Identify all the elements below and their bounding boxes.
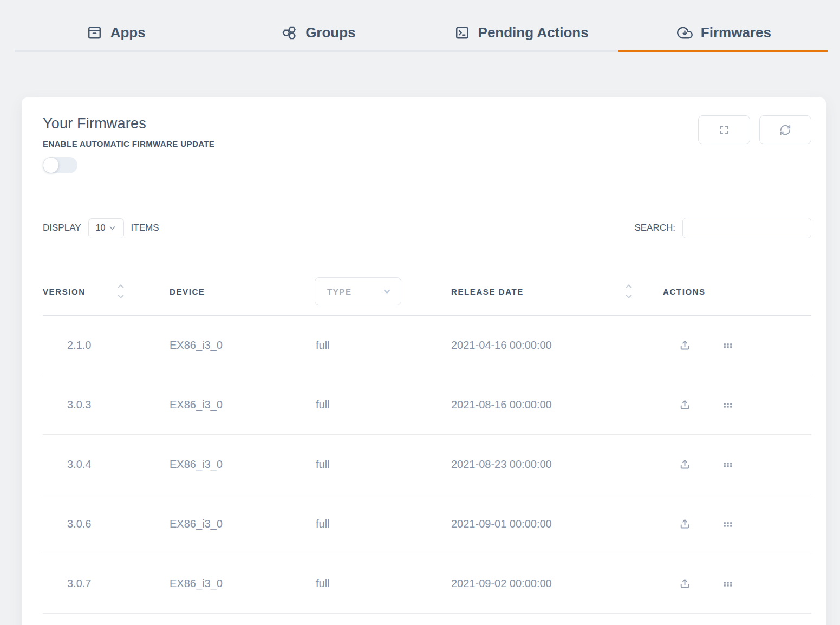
tab-label: Firmwares bbox=[701, 24, 771, 41]
auto-update-toggle[interactable] bbox=[43, 157, 77, 173]
grid-icon[interactable] bbox=[722, 400, 733, 411]
items-label: ITEMS bbox=[131, 223, 159, 233]
version-cell: 3.0.4 bbox=[43, 458, 170, 471]
grid-icon[interactable] bbox=[722, 578, 733, 589]
chevron-up-icon bbox=[117, 284, 125, 289]
fullscreen-button[interactable] bbox=[698, 115, 750, 144]
column-header-release-date: RELEASE DATE bbox=[451, 284, 663, 299]
actions-cell bbox=[663, 338, 811, 352]
fullscreen-icon bbox=[718, 124, 730, 136]
release-date-cell: 2021-04-16 00:00:00 bbox=[451, 339, 663, 351]
grid-icon[interactable] bbox=[722, 340, 733, 351]
sort-version-control[interactable] bbox=[117, 284, 125, 299]
version-cell: 3.0.6 bbox=[43, 518, 170, 530]
actions-cell bbox=[663, 398, 811, 412]
table-controls: DISPLAY 10 ITEMS SEARCH: bbox=[43, 218, 811, 238]
column-header-actions: ACTIONS bbox=[663, 287, 811, 296]
column-header-version: VERSION bbox=[43, 284, 170, 299]
table-row: 3.0.7 EX86_i3_0 full 2021-09-02 00:00:00 bbox=[43, 554, 811, 614]
column-label: TYPE bbox=[327, 287, 352, 296]
table-row: 3.0.3 EX86_i3_0 full 2021-08-16 00:00:00 bbox=[43, 375, 811, 435]
grid-icon[interactable] bbox=[722, 519, 733, 530]
tab-groups[interactable]: Groups bbox=[217, 15, 420, 50]
column-label: RELEASE DATE bbox=[451, 287, 524, 296]
version-cell: 3.0.3 bbox=[43, 399, 170, 411]
type-cell: full bbox=[315, 339, 451, 351]
release-date-cell: 2021-09-01 00:00:00 bbox=[451, 518, 663, 530]
table-row: 3.0.6 EX86_i3_0 full 2021-09-01 00:00:00 bbox=[43, 494, 811, 554]
grid-icon[interactable] bbox=[722, 459, 733, 470]
type-filter-select[interactable]: TYPE bbox=[315, 277, 401, 305]
device-cell: EX86_i3_0 bbox=[170, 399, 315, 411]
firmwares-card: Your Firmwares ENABLE AUTOMATIC FIRMWARE… bbox=[22, 97, 826, 625]
chevron-down-icon bbox=[117, 294, 125, 299]
chevron-down-icon bbox=[109, 225, 116, 232]
cloud-download-icon bbox=[677, 25, 693, 41]
table-header-row: VERSION DEVICE TYPE RELEASE DATE bbox=[43, 268, 811, 316]
card-toolbar bbox=[698, 115, 811, 144]
column-label: DEVICE bbox=[170, 287, 205, 296]
upload-icon[interactable] bbox=[678, 338, 692, 352]
tab-label: Pending Actions bbox=[478, 24, 589, 41]
page-size-control: DISPLAY 10 ITEMS bbox=[43, 218, 159, 238]
release-date-cell: 2021-08-23 00:00:00 bbox=[451, 458, 663, 471]
column-label: VERSION bbox=[43, 287, 86, 296]
type-cell: full bbox=[315, 458, 451, 471]
refresh-icon bbox=[779, 124, 791, 136]
page-size-select[interactable]: 10 bbox=[88, 218, 124, 238]
chevron-down-icon bbox=[383, 288, 391, 296]
device-cell: EX86_i3_0 bbox=[170, 577, 315, 590]
type-cell: full bbox=[315, 399, 451, 411]
type-cell: full bbox=[315, 518, 451, 530]
tab-bar: Apps Groups Pending Actions Firmwares bbox=[15, 0, 825, 52]
tab-label: Groups bbox=[305, 24, 355, 41]
actions-cell bbox=[663, 458, 811, 471]
tab-firmwares[interactable]: Firmwares bbox=[623, 15, 825, 50]
firmwares-table: VERSION DEVICE TYPE RELEASE DATE bbox=[43, 268, 811, 614]
upload-icon[interactable] bbox=[678, 517, 692, 531]
tab-label: Apps bbox=[110, 24, 146, 41]
device-cell: EX86_i3_0 bbox=[170, 458, 315, 471]
terminal-icon bbox=[454, 25, 470, 41]
apps-icon bbox=[87, 25, 102, 41]
version-cell: 3.0.7 bbox=[43, 577, 170, 590]
page-title: Your Firmwares bbox=[43, 115, 214, 132]
chevron-down-icon bbox=[625, 294, 633, 299]
auto-update-label: ENABLE AUTOMATIC FIRMWARE UPDATE bbox=[43, 139, 214, 148]
chevron-up-icon bbox=[625, 284, 633, 289]
search-control: SEARCH: bbox=[634, 218, 811, 238]
refresh-button[interactable] bbox=[759, 115, 811, 144]
device-cell: EX86_i3_0 bbox=[170, 339, 315, 351]
actions-cell bbox=[663, 517, 811, 531]
groups-icon bbox=[282, 25, 297, 41]
upload-icon[interactable] bbox=[678, 458, 692, 471]
upload-icon[interactable] bbox=[678, 398, 692, 412]
release-date-cell: 2021-08-16 00:00:00 bbox=[451, 399, 663, 411]
type-cell: full bbox=[315, 577, 451, 590]
column-header-device: DEVICE bbox=[170, 287, 315, 296]
tab-pending-actions[interactable]: Pending Actions bbox=[420, 15, 623, 50]
actions-cell bbox=[663, 577, 811, 590]
upload-icon[interactable] bbox=[678, 577, 692, 590]
table-row: 3.0.4 EX86_i3_0 full 2021-08-23 00:00:00 bbox=[43, 435, 811, 494]
page-size-value: 10 bbox=[96, 223, 106, 233]
sort-release-date-control[interactable] bbox=[625, 284, 633, 299]
device-cell: EX86_i3_0 bbox=[170, 518, 315, 530]
column-header-type: TYPE bbox=[315, 277, 451, 305]
card-header: Your Firmwares ENABLE AUTOMATIC FIRMWARE… bbox=[43, 115, 811, 173]
release-date-cell: 2021-09-02 00:00:00 bbox=[451, 577, 663, 590]
version-cell: 2.1.0 bbox=[43, 339, 170, 351]
table-row: 2.1.0 EX86_i3_0 full 2021-04-16 00:00:00 bbox=[43, 316, 811, 375]
tab-apps[interactable]: Apps bbox=[15, 15, 217, 50]
toggle-knob bbox=[43, 158, 58, 173]
search-label: SEARCH: bbox=[634, 223, 675, 233]
search-input[interactable] bbox=[682, 218, 811, 238]
display-label: DISPLAY bbox=[43, 223, 81, 233]
column-label: ACTIONS bbox=[663, 287, 706, 296]
